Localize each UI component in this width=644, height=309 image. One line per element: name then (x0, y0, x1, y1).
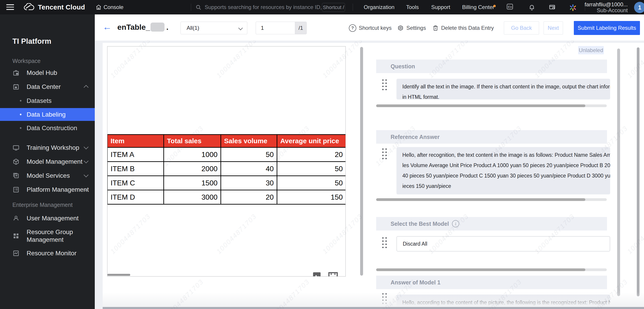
page-input-group: 1 /1 (256, 22, 307, 34)
labeling-toolbar: ← enTable_. All(1) 1 /1 ? Shortcut keys (95, 14, 644, 41)
top-bar: Tencent Cloud Console Supports searching… (0, 0, 644, 14)
drag-handle[interactable] (382, 79, 388, 92)
trash-icon (432, 24, 439, 31)
console-label: Console (104, 4, 124, 10)
user-icon (12, 215, 20, 222)
drag-handle[interactable] (382, 237, 388, 250)
page-input[interactable]: 1 (256, 22, 295, 34)
menu-support[interactable]: Support (431, 0, 450, 14)
sidebar-item-resource-monitor[interactable]: Resource Monitor (0, 247, 95, 260)
table-cell: ITEM B (108, 162, 164, 176)
model-management-icon (12, 158, 20, 165)
apps-colorful-icon[interactable] (569, 4, 576, 11)
home-icon (96, 4, 102, 10)
table-cell: 2000 (164, 162, 221, 176)
sidebar-item-data-construction[interactable]: Data Construction (0, 122, 95, 134)
page-vertical-scrollbar[interactable] (637, 47, 640, 296)
table-cell: 1000 (164, 148, 221, 162)
sidebar-group-workspace: Workspace (12, 58, 40, 64)
page-horizontal-scrollbar[interactable] (103, 307, 644, 309)
bullet-dot (20, 114, 22, 115)
submit-labeling-results-button[interactable]: Submit Labeling Results (574, 21, 640, 35)
question-circle-icon: ? (349, 24, 356, 32)
reference-hscrollbar[interactable] (376, 198, 607, 201)
table-cell: 20 (221, 190, 277, 205)
viewer-vertical-scrollbar[interactable] (360, 47, 363, 276)
avatar[interactable]: 1 (634, 2, 644, 13)
table-cell: 1500 (164, 176, 221, 190)
menu-organization[interactable]: Organization (364, 0, 394, 14)
image-table: Item Total sales Sales volume Average un… (107, 134, 346, 205)
table-header-cell: Average unit price (277, 135, 346, 148)
filter-value: All(1) (186, 25, 199, 31)
brand-name: Tencent Cloud (38, 3, 85, 11)
select-model-hscrollbar[interactable] (376, 268, 607, 271)
menu-tools[interactable]: Tools (406, 0, 419, 14)
bullet-dot (20, 100, 22, 101)
workspace: Item Total sales Sales volume Average un… (95, 41, 644, 309)
table-cell: ITEM A (108, 148, 164, 162)
redacted-blob (150, 22, 164, 31)
sidebar-group-enterprise: Enterprise Management (12, 202, 73, 208)
question-hscrollbar[interactable] (376, 104, 607, 107)
table-cell: ITEM D (108, 190, 164, 205)
sidebar-item-training-workshop[interactable]: Training Workshop (0, 141, 95, 154)
fit-screen-icon[interactable] (328, 272, 337, 277)
sidebar-item-model-hub[interactable]: Model Hub (0, 66, 95, 79)
cloud-logo-icon (24, 3, 35, 11)
sidebar: TI Platform Workspace Model Hub Data Cen… (0, 14, 95, 309)
go-back-button[interactable]: Go Back (504, 21, 539, 34)
entry-title: enTable_. (117, 22, 168, 31)
sidebar-item-model-services[interactable]: Model Services (0, 169, 95, 182)
back-arrow-icon[interactable]: ← (103, 19, 112, 34)
hamburger-menu-icon[interactable] (6, 4, 14, 10)
sidebar-item-user-management[interactable]: User Management (0, 212, 95, 225)
tencent-cloud-logo[interactable]: Tencent Cloud (24, 0, 85, 14)
page-total: /1 (295, 22, 306, 34)
data-center-icon (12, 83, 20, 90)
table-cell: 40 (221, 162, 277, 176)
chevron-down-icon (84, 145, 88, 149)
table-cell: 50 (277, 176, 346, 190)
account-email: farrahfliu@1000... (585, 1, 628, 7)
sidebar-item-data-labeling[interactable]: Data Labeling (0, 108, 95, 121)
shortcut-keys-button[interactable]: ? Shortcut keys (349, 22, 392, 34)
image-viewer[interactable]: Item Total sales Sales volume Average un… (107, 46, 346, 277)
image-horizontal-scrollbar[interactable] (108, 274, 130, 276)
billing-settings-icon[interactable] (549, 4, 556, 11)
page-title: TI Platform (12, 37, 51, 45)
filter-select[interactable]: All(1) (180, 22, 247, 34)
image-icon[interactable] (312, 272, 321, 277)
menu-billing-center[interactable]: Billing Center (462, 0, 494, 14)
chevron-up-icon (84, 85, 88, 90)
table-cell: 150 (277, 190, 346, 205)
panel-vertical-scrollbar[interactable] (617, 48, 620, 296)
sidebar-item-datasets[interactable]: Datasets (0, 94, 95, 107)
info-icon[interactable]: i (452, 220, 459, 227)
platform-management-icon (12, 186, 20, 193)
gear-icon (397, 24, 404, 31)
drag-handle[interactable] (382, 293, 388, 306)
next-button[interactable]: Next (544, 21, 563, 34)
language-icon[interactable]: En (507, 4, 514, 11)
training-workshop-icon (12, 144, 20, 151)
global-search[interactable]: Supports searching for resources by inst… (196, 0, 322, 14)
discard-all-option[interactable]: Discard All (396, 236, 610, 252)
delete-entry-button[interactable]: Delete this Data Entry (432, 22, 494, 34)
sidebar-item-resource-group-management[interactable]: Resource Group Management (0, 224, 95, 248)
table-cell: 20 (277, 148, 346, 162)
table-header-cell: Item (108, 135, 164, 148)
console-link[interactable]: Console (96, 0, 124, 14)
sidebar-item-data-center[interactable]: Data Center (0, 80, 95, 93)
table-header-cell: Total sales (164, 135, 221, 148)
account-info[interactable]: farrahfliu@1000... Sub-Account (585, 1, 628, 13)
sidebar-item-platform-management[interactable]: Platform Management (0, 183, 95, 196)
bell-icon[interactable] (528, 4, 536, 11)
table-cell: ITEM C (108, 176, 164, 190)
drag-handle[interactable] (382, 148, 388, 161)
section-question: Question (376, 59, 607, 73)
settings-button[interactable]: Settings (397, 22, 426, 34)
section-answer-of-model-1: Answer of Model 1 (376, 276, 607, 289)
sidebar-item-model-management[interactable]: Model Management (0, 155, 95, 168)
chevron-down-icon (238, 26, 243, 30)
